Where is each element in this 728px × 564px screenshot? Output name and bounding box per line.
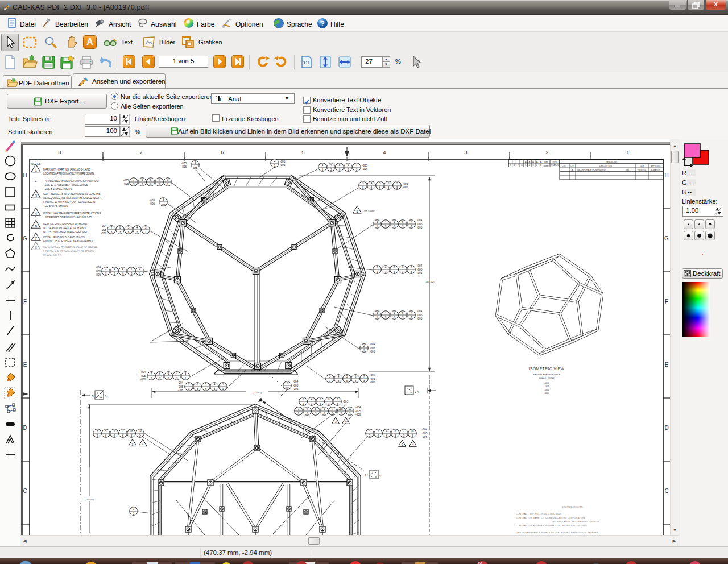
svg-text:3: 3 [163, 198, 164, 201]
svg-text:6: 6 [35, 224, 37, 228]
svg-text:18: 18 [411, 430, 414, 433]
svg-text:6: 6 [221, 149, 224, 155]
svg-text:3: 3 [185, 372, 187, 375]
svg-text:1: 1 [363, 349, 365, 352]
svg-text:3: 3 [131, 443, 134, 446]
svg-text:3: 3 [214, 388, 216, 391]
svg-text:4: 4 [371, 182, 373, 185]
svg-text:-005: -005 [370, 378, 375, 380]
svg-text:3: 3 [377, 312, 378, 314]
svg-text:2.: 2. [35, 180, 37, 183]
svg-text:3: 3 [395, 434, 396, 437]
svg-text:A: A [525, 160, 527, 163]
svg-text:-006: -006 [178, 389, 184, 392]
svg-text:7: 7 [411, 221, 412, 223]
svg-text:-006: -006 [362, 168, 368, 171]
svg-text:7: 7 [356, 164, 358, 167]
svg-text:-005: -005 [544, 388, 549, 391]
svg-text:REF: REF [193, 167, 197, 169]
svg-text:3: 3 [176, 377, 178, 380]
svg-text:3: 3 [222, 383, 224, 386]
svg-text:3: 3 [145, 226, 147, 229]
svg-text:04/03/02: 04/03/02 [638, 169, 646, 171]
svg-text:E: E [23, 362, 27, 368]
svg-text:-006: -006 [370, 350, 375, 353]
svg-text:REF: REF [286, 387, 289, 389]
svg-text:-004: -004 [370, 374, 375, 376]
svg-text:6: 6 [150, 183, 152, 186]
svg-text:6: 6 [128, 231, 130, 234]
svg-text:6: 6 [402, 266, 404, 269]
svg-text:1: 1 [303, 403, 304, 405]
svg-text:SCALE: NONE: SCALE: NONE [539, 376, 555, 379]
svg-text:3: 3 [356, 168, 358, 171]
svg-text:-006: -006 [181, 165, 187, 168]
svg-text:-005: -005 [280, 160, 286, 163]
svg-text:4: 4 [385, 266, 387, 269]
svg-text:?: ? [320, 19, 325, 28]
svg-text:-005: -005 [96, 270, 101, 273]
svg-text:5: 5 [168, 372, 169, 375]
svg-text:3: 3 [167, 179, 169, 181]
svg-text:-004: -004 [417, 264, 423, 267]
svg-text:LTR: LTR [570, 165, 574, 167]
svg-text:-006: -006 [101, 232, 107, 235]
svg-text:3: 3 [412, 434, 413, 437]
svg-text:3: 3 [362, 182, 364, 185]
svg-text:-006: -006 [293, 388, 299, 391]
svg-text:REV: REV [544, 161, 549, 163]
svg-text:6: 6 [348, 164, 349, 167]
svg-text:4: 4 [379, 474, 381, 478]
svg-text:2: 2 [274, 160, 276, 163]
svg-text:GM: GM [626, 169, 629, 171]
svg-text:4: 4 [214, 383, 216, 386]
svg-text:19: 19 [348, 408, 351, 410]
svg-text:3: 3 [35, 194, 37, 198]
svg-text:6: 6 [346, 380, 348, 383]
svg-text:INTERPRET DIMENSIONS IAW LMS 1: INTERPRET DIMENSIONS IAW LMS 1-15. [45, 216, 92, 219]
svg-text:3: 3 [151, 377, 152, 380]
svg-text:-006: -006 [422, 436, 428, 438]
svg-text:3: 3 [311, 403, 313, 405]
svg-text:1: 1 [626, 149, 629, 155]
svg-text:7: 7 [35, 237, 37, 240]
svg-text:APPROVED: APPROVED [651, 165, 661, 167]
svg-text:1: 1 [377, 271, 378, 273]
svg-text:1: 1 [139, 272, 141, 275]
svg-text:7: 7 [332, 408, 334, 410]
svg-text:3: 3 [402, 225, 404, 228]
svg-text:-004: -004 [417, 310, 423, 313]
svg-text:6: 6 [324, 408, 325, 410]
svg-text:5: 5 [379, 182, 381, 185]
svg-text:-006: -006 [355, 413, 361, 416]
svg-text:FIND NO. 15 FOR USE AT NEXT AS: FIND NO. 15 FOR USE AT NEXT ASSEMBLY. [43, 240, 94, 243]
svg-text:3: 3 [385, 316, 387, 319]
svg-text:A: A [410, 391, 412, 394]
svg-text:3: 3 [334, 420, 336, 424]
svg-text:5: 5 [122, 268, 124, 271]
svg-text:3: 3 [142, 183, 143, 186]
svg-text:1: 1 [362, 186, 364, 189]
svg-text:1: 1 [322, 168, 324, 171]
svg-text:3: 3 [188, 388, 190, 391]
svg-text:19: 19 [138, 430, 142, 433]
svg-text:3: 3 [385, 271, 387, 273]
svg-text:DESCRIPTION: DESCRIPTION [599, 165, 612, 167]
svg-text:3: 3 [377, 266, 378, 269]
svg-text:3: 3 [139, 268, 141, 271]
svg-text:1: 1 [145, 231, 147, 234]
svg-text:6: 6 [122, 434, 124, 437]
svg-text:-006: -006 [403, 186, 408, 189]
svg-text:5: 5 [394, 221, 395, 223]
svg-text:LINK SIMULATION AND TRAINING D: LINK SIMULATION AND TRAINING DIVISION [551, 521, 599, 523]
svg-text:3: 3 [287, 382, 288, 385]
svg-text:-006: -006 [417, 226, 423, 229]
svg-text:LMS 8-1, SHEET METAL: LMS 8-1, SHEET METAL [45, 188, 73, 190]
svg-text:4: 4 [338, 375, 340, 378]
svg-text:TEE-BAR AS SHOWN.: TEE-BAR AS SHOWN. [43, 205, 69, 208]
svg-text:1: 1 [377, 316, 378, 319]
svg-text:4: 4 [385, 312, 387, 314]
svg-text:1:1: 1:1 [303, 60, 311, 65]
svg-text:-006: -006 [140, 378, 146, 381]
svg-text:3: 3 [298, 408, 300, 410]
